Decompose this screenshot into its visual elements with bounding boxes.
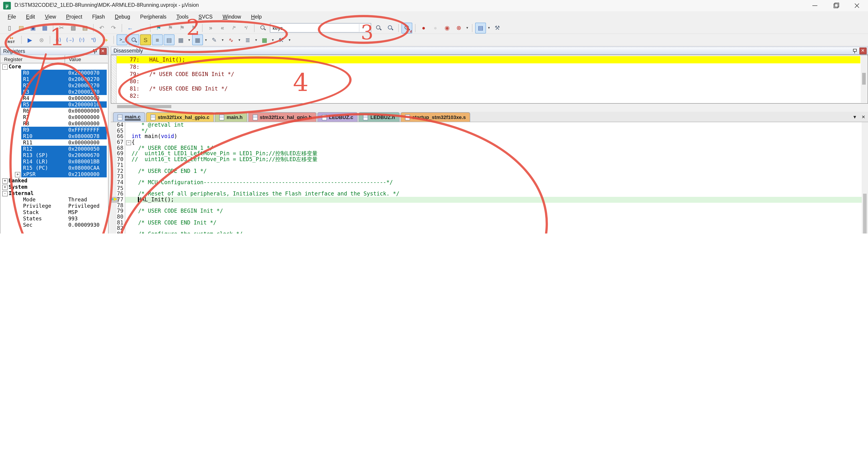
close-icon[interactable] <box>860 47 867 54</box>
editor-tab-startup_stm32f103xe.s[interactable]: startup_stm32f103xe.s <box>401 112 470 122</box>
disassembly-vertical-scrollbar[interactable] <box>861 56 867 103</box>
bookmark-next-icon[interactable]: ⚑ <box>177 22 188 33</box>
serial-window-icon[interactable]: ✎ <box>209 34 220 45</box>
editor-tab-stm32f1xx_hal_gpio.c[interactable]: stm32f1xx_hal_gpio.c <box>146 112 214 122</box>
editor-tab-main.c[interactable]: main.c <box>113 112 145 122</box>
system-viewer-icon[interactable]: ▦ <box>259 34 270 45</box>
undo-icon[interactable]: ↶ <box>96 22 107 33</box>
pin-icon[interactable] <box>852 48 858 53</box>
register-row[interactable]: R30x20000270 <box>0 89 108 95</box>
menu-item-flash[interactable]: Flash <box>87 13 110 21</box>
outdent-icon[interactable]: « <box>217 22 228 33</box>
menu-item-view[interactable]: View <box>40 13 61 21</box>
disassembly-horizontal-scrollbar[interactable] <box>111 104 868 110</box>
editor-vertical-scrollbar[interactable] <box>862 122 868 233</box>
start-stop-debug-icon[interactable]: d <box>401 22 412 33</box>
command-window-icon[interactable]: >_ <box>117 34 127 45</box>
indent-icon[interactable]: » <box>205 22 216 33</box>
register-row[interactable]: ModeThread <box>0 196 108 203</box>
tab-close-icon[interactable]: ✕ <box>862 115 865 119</box>
step-over-icon[interactable]: {→} <box>65 34 75 45</box>
step-into-icon[interactable]: {↓} <box>53 34 64 45</box>
editor-tab-LEDBUZ.h[interactable]: LEDBUZ.h <box>359 112 400 122</box>
symbols-window-icon[interactable]: S <box>140 34 151 45</box>
collapse-icon[interactable]: - <box>2 64 8 70</box>
expand-icon[interactable]: + <box>2 178 8 184</box>
show-current-statement-icon[interactable]: ⇒ <box>100 34 111 45</box>
redo-icon[interactable]: ↷ <box>108 22 119 33</box>
step-out-icon[interactable]: {↑} <box>76 34 87 45</box>
expand-icon[interactable]: + <box>2 185 8 190</box>
register-row[interactable]: R120x20000050 <box>0 146 108 152</box>
paste-icon[interactable]: ▤ <box>80 22 90 33</box>
toolbox-icon[interactable]: ⚒ <box>276 34 287 45</box>
menu-item-help[interactable]: Help <box>246 13 267 21</box>
toolbox-dropdown[interactable]: ▾ <box>287 35 292 45</box>
register-row[interactable]: States993 <box>0 215 108 222</box>
menu-item-edit[interactable]: Edit <box>21 13 40 21</box>
watch-window-icon[interactable]: ▦ <box>176 34 186 45</box>
restore-button[interactable] <box>827 0 844 11</box>
scrollbar-thumb[interactable] <box>117 105 171 108</box>
open-folder-icon[interactable]: ▨ <box>16 22 27 33</box>
navigate-forward-icon[interactable]: → <box>136 22 147 33</box>
registers-window-icon[interactable]: ≡ <box>152 34 163 45</box>
system-viewer-dropdown[interactable]: ▾ <box>270 35 275 45</box>
register-row[interactable]: -Internal <box>0 190 108 196</box>
insert-breakpoint-icon[interactable]: ● <box>418 22 429 33</box>
menu-item-tools[interactable]: Tools <box>171 13 193 21</box>
new-file-icon[interactable]: ▯ <box>4 22 15 33</box>
close-button[interactable] <box>848 0 865 11</box>
cut-icon[interactable]: ✂ <box>56 22 67 33</box>
disable-all-breakpoints-icon[interactable]: ◉ <box>442 22 453 33</box>
watch-dropdown[interactable]: ▾ <box>187 35 192 45</box>
editor-tab-stm32f1xx_hal_gpio.h[interactable]: stm32f1xx_hal_gpio.h <box>248 112 316 122</box>
pin-icon[interactable] <box>93 49 98 54</box>
tab-list-dropdown-icon[interactable]: ▼ <box>852 115 857 119</box>
memory-dropdown[interactable]: ▾ <box>204 35 209 45</box>
menu-item-project[interactable]: Project <box>61 13 87 21</box>
register-row[interactable]: R50x20000010 <box>0 101 108 108</box>
scrollbar-thumb[interactable] <box>863 194 867 233</box>
disassembly-window-icon[interactable] <box>128 34 139 45</box>
save-icon[interactable]: ▣ <box>28 22 38 33</box>
disassembly-view[interactable]: 77: HAL_Init(); 78: 79: /* USER CODE BEG… <box>111 55 868 104</box>
save-all-icon[interactable]: ▦ <box>39 22 50 33</box>
find-in-files-icon[interactable] <box>257 22 268 33</box>
register-row[interactable]: StackMSP <box>0 209 108 215</box>
editor-tab-LEDBUZ.c[interactable]: LEDBUZ.c <box>317 112 358 122</box>
code-editor[interactable]: 64 * @retval int65 */66int main(void)67−… <box>111 122 868 233</box>
bookmark-clear-icon[interactable]: ⚑ <box>188 22 199 33</box>
register-row[interactable]: +Banked <box>0 177 108 184</box>
register-row[interactable]: R13 (SP)0x20000670 <box>0 152 108 158</box>
window-layout-icon[interactable]: ▤ <box>475 22 486 33</box>
comment-icon[interactable]: /* <box>229 22 240 33</box>
trace-window-icon[interactable]: ≣ <box>242 34 253 45</box>
register-row[interactable]: R70x00000000 <box>0 114 108 120</box>
register-row[interactable]: R14 (LR)0x080001BB <box>0 158 108 165</box>
register-row[interactable]: R80x00000000 <box>0 120 108 127</box>
layout-dropdown[interactable]: ▾ <box>487 23 491 33</box>
copy-icon[interactable]: ▩ <box>68 22 79 33</box>
editor-tab-main.h[interactable]: main.h <box>215 112 247 122</box>
run-icon[interactable]: ▶ <box>24 34 35 45</box>
register-row[interactable]: PrivilegePrivileged <box>0 203 108 209</box>
register-row[interactable]: -Core <box>0 63 108 70</box>
trace-dropdown[interactable]: ▾ <box>254 35 258 45</box>
menu-item-window[interactable]: Window <box>218 13 246 21</box>
register-row[interactable]: R00x20000070 <box>0 70 108 76</box>
reset-button[interactable]: ↤RST <box>4 34 19 45</box>
logic-analyzer-icon[interactable]: ∿ <box>225 34 237 45</box>
register-row[interactable]: R110x00000000 <box>0 139 108 146</box>
panel-splitter[interactable] <box>108 47 111 233</box>
incremental-find-icon[interactable] <box>385 22 396 33</box>
bookmark-prev-icon[interactable]: ⚑ <box>165 22 176 33</box>
register-row[interactable]: R100x08000D78 <box>0 133 108 139</box>
bookmark-toggle-icon[interactable]: ⚑ <box>153 22 164 33</box>
breakpoints-dropdown[interactable]: ▾ <box>465 23 470 33</box>
menu-item-svcs[interactable]: SVCS <box>193 13 218 21</box>
expand-icon[interactable]: + <box>15 172 20 177</box>
register-row[interactable]: Sec0.00009930 <box>0 222 108 228</box>
chevron-down-icon[interactable]: ▾ <box>359 24 367 32</box>
menu-item-file[interactable]: File <box>3 13 21 21</box>
